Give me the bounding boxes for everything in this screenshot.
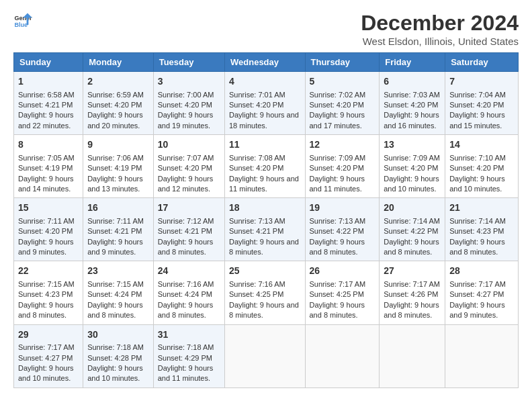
- calendar-cell: 21Sunrise: 7:14 AMSunset: 4:23 PMDayligh…: [445, 198, 519, 261]
- sunset-text: Sunset: 4:19 PM: [18, 164, 73, 172]
- sunrise-text: Sunrise: 6:58 AM: [18, 91, 75, 99]
- sunrise-text: Sunrise: 7:14 AM: [384, 217, 440, 225]
- calendar-cell: 1Sunrise: 6:58 AMSunset: 4:21 PMDaylight…: [14, 72, 83, 135]
- calendar-cell: 12Sunrise: 7:09 AMSunset: 4:20 PMDayligh…: [305, 135, 380, 198]
- header: General Blue December 2024 West Elsdon, …: [13, 11, 519, 47]
- day-number: 11: [229, 138, 301, 152]
- daylight-text: Daylight: 9 hours and 11 minutes.: [158, 364, 214, 382]
- day-number: 4: [229, 75, 301, 89]
- calendar-cell: 19Sunrise: 7:13 AMSunset: 4:22 PMDayligh…: [305, 198, 380, 261]
- calendar-cell: 17Sunrise: 7:12 AMSunset: 4:21 PMDayligh…: [153, 198, 224, 261]
- week-row-4: 22Sunrise: 7:15 AMSunset: 4:23 PMDayligh…: [14, 261, 519, 324]
- sunrise-text: Sunrise: 7:11 AM: [87, 217, 144, 225]
- calendar-cell: 3Sunrise: 7:00 AMSunset: 4:20 PMDaylight…: [153, 72, 224, 135]
- calendar-cell: [225, 324, 306, 387]
- day-number: 20: [384, 201, 441, 215]
- calendar-cell: 16Sunrise: 7:11 AMSunset: 4:21 PMDayligh…: [83, 198, 154, 261]
- calendar-cell: 28Sunrise: 7:17 AMSunset: 4:27 PMDayligh…: [445, 261, 519, 324]
- day-number: 5: [310, 75, 375, 89]
- daylight-text: Daylight: 9 hours and 10 minutes.: [449, 175, 505, 193]
- day-number: 7: [449, 75, 514, 89]
- day-number: 15: [18, 201, 79, 215]
- daylight-text: Daylight: 9 hours and 11 minutes.: [229, 175, 299, 193]
- daylight-text: Daylight: 9 hours and 20 minutes.: [87, 111, 143, 129]
- sunrise-text: Sunrise: 7:15 AM: [18, 280, 75, 288]
- column-header-wednesday: Wednesday: [225, 53, 306, 72]
- sunrise-text: Sunrise: 7:17 AM: [310, 280, 366, 288]
- sunrise-text: Sunrise: 7:18 AM: [158, 343, 214, 351]
- sunrise-text: Sunrise: 7:02 AM: [310, 91, 366, 99]
- day-number: 26: [310, 265, 375, 278]
- daylight-text: Daylight: 9 hours and 22 minutes.: [18, 111, 74, 129]
- sunrise-text: Sunrise: 7:17 AM: [18, 343, 75, 351]
- sunrise-text: Sunrise: 7:13 AM: [310, 217, 366, 225]
- day-number: 10: [158, 138, 220, 152]
- sunset-text: Sunset: 4:21 PM: [158, 227, 212, 235]
- sunset-text: Sunset: 4:20 PM: [310, 101, 364, 109]
- sunset-text: Sunset: 4:20 PM: [158, 101, 212, 109]
- sunset-text: Sunset: 4:20 PM: [158, 164, 212, 172]
- calendar-cell: 13Sunrise: 7:09 AMSunset: 4:20 PMDayligh…: [380, 135, 445, 198]
- sunrise-text: Sunrise: 7:16 AM: [229, 280, 285, 288]
- calendar-cell: 27Sunrise: 7:17 AMSunset: 4:26 PMDayligh…: [380, 261, 445, 324]
- day-number: 2: [87, 75, 149, 89]
- calendar-cell: [305, 324, 380, 387]
- calendar-cell: 31Sunrise: 7:18 AMSunset: 4:29 PMDayligh…: [153, 324, 224, 387]
- sunrise-text: Sunrise: 7:16 AM: [158, 280, 214, 288]
- svg-text:Blue: Blue: [14, 21, 28, 28]
- column-header-friday: Friday: [380, 53, 445, 72]
- calendar-cell: 20Sunrise: 7:14 AMSunset: 4:22 PMDayligh…: [380, 198, 445, 261]
- day-number: 27: [384, 265, 441, 278]
- column-header-monday: Monday: [83, 53, 154, 72]
- calendar-cell: 10Sunrise: 7:07 AMSunset: 4:20 PMDayligh…: [153, 135, 224, 198]
- sunrise-text: Sunrise: 7:10 AM: [449, 154, 506, 162]
- sunset-text: Sunset: 4:22 PM: [310, 227, 364, 235]
- daylight-text: Daylight: 9 hours and 8 minutes.: [229, 238, 299, 256]
- sunset-text: Sunset: 4:20 PM: [87, 101, 142, 109]
- sunrise-text: Sunrise: 7:09 AM: [310, 154, 366, 162]
- sunset-text: Sunset: 4:24 PM: [87, 290, 142, 298]
- daylight-text: Daylight: 9 hours and 15 minutes.: [449, 111, 505, 129]
- sunset-text: Sunset: 4:26 PM: [384, 290, 438, 298]
- sunrise-text: Sunrise: 7:08 AM: [229, 154, 285, 162]
- sunset-text: Sunset: 4:19 PM: [87, 164, 142, 172]
- daylight-text: Daylight: 9 hours and 13 minutes.: [87, 175, 143, 193]
- sunset-text: Sunset: 4:27 PM: [449, 290, 504, 298]
- sunrise-text: Sunrise: 7:15 AM: [87, 280, 144, 288]
- calendar-cell: 24Sunrise: 7:16 AMSunset: 4:24 PMDayligh…: [153, 261, 224, 324]
- sunrise-text: Sunrise: 7:14 AM: [449, 217, 506, 225]
- day-number: 30: [87, 328, 149, 342]
- day-number: 28: [449, 265, 514, 278]
- day-number: 14: [449, 138, 514, 152]
- header-row: SundayMondayTuesdayWednesdayThursdayFrid…: [14, 53, 519, 72]
- daylight-text: Daylight: 9 hours and 14 minutes.: [18, 175, 74, 193]
- daylight-text: Daylight: 9 hours and 9 minutes.: [87, 238, 143, 256]
- day-number: 6: [384, 75, 441, 89]
- sunrise-text: Sunrise: 7:12 AM: [158, 217, 214, 225]
- calendar-cell: 15Sunrise: 7:11 AMSunset: 4:20 PMDayligh…: [14, 198, 83, 261]
- week-row-2: 8Sunrise: 7:05 AMSunset: 4:19 PMDaylight…: [14, 135, 519, 198]
- daylight-text: Daylight: 9 hours and 8 minutes.: [229, 301, 299, 319]
- day-number: 25: [229, 265, 301, 278]
- daylight-text: Daylight: 9 hours and 10 minutes.: [87, 364, 143, 382]
- column-header-sunday: Sunday: [14, 53, 83, 72]
- title-block: December 2024 West Elsdon, Illinois, Uni…: [361, 11, 519, 47]
- calendar-cell: 26Sunrise: 7:17 AMSunset: 4:25 PMDayligh…: [305, 261, 380, 324]
- calendar-cell: 22Sunrise: 7:15 AMSunset: 4:23 PMDayligh…: [14, 261, 83, 324]
- calendar-cell: 18Sunrise: 7:13 AMSunset: 4:21 PMDayligh…: [225, 198, 306, 261]
- day-number: 18: [229, 201, 301, 215]
- calendar-subtitle: West Elsdon, Illinois, United States: [361, 36, 519, 47]
- sunset-text: Sunset: 4:23 PM: [449, 227, 504, 235]
- calendar-cell: 5Sunrise: 7:02 AMSunset: 4:20 PMDaylight…: [305, 72, 380, 135]
- daylight-text: Daylight: 9 hours and 11 minutes.: [310, 175, 365, 193]
- week-row-1: 1Sunrise: 6:58 AMSunset: 4:21 PMDaylight…: [14, 72, 519, 135]
- sunset-text: Sunset: 4:24 PM: [158, 290, 212, 298]
- sunset-text: Sunset: 4:20 PM: [449, 101, 504, 109]
- calendar-cell: 9Sunrise: 7:06 AMSunset: 4:19 PMDaylight…: [83, 135, 154, 198]
- sunrise-text: Sunrise: 7:06 AM: [87, 154, 144, 162]
- calendar-cell: 7Sunrise: 7:04 AMSunset: 4:20 PMDaylight…: [445, 72, 519, 135]
- daylight-text: Daylight: 9 hours and 19 minutes.: [158, 111, 214, 129]
- daylight-text: Daylight: 9 hours and 8 minutes.: [449, 238, 505, 256]
- day-number: 8: [18, 138, 79, 152]
- daylight-text: Daylight: 9 hours and 10 minutes.: [384, 175, 439, 193]
